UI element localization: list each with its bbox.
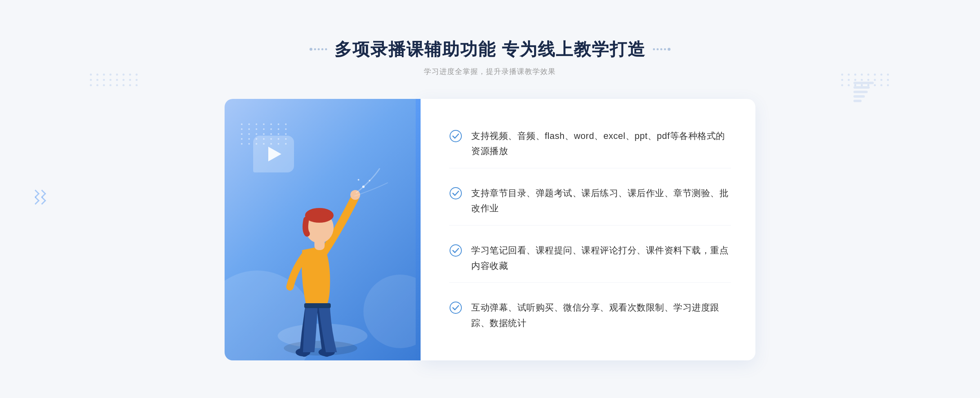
title-row: 多项录播课辅助功能 专为线上教学打造 bbox=[310, 38, 670, 61]
feature-item-1: 支持视频、音频、flash、word、excel、ppt、pdf等各种格式的资源… bbox=[449, 119, 731, 168]
feature-text-2: 支持章节目录、弹题考试、课后练习、课后作业、章节测验、批改作业 bbox=[471, 186, 731, 216]
svg-rect-8 bbox=[304, 303, 331, 308]
svg-point-9 bbox=[362, 186, 365, 188]
feature-item-4: 互动弹幕、试听购买、微信分享、观看次数限制、学习进度跟踪、数据统计 bbox=[449, 291, 731, 340]
feature-item-3: 学习笔记回看、课程提问、课程评论打分、课件资料下载，重点内容收藏 bbox=[449, 234, 731, 283]
svg-point-14 bbox=[450, 245, 461, 256]
svg-point-11 bbox=[358, 179, 359, 181]
check-icon-2 bbox=[449, 187, 462, 200]
stripe-accent bbox=[416, 99, 421, 360]
page-title: 多项录播课辅助功能 专为线上教学打造 bbox=[334, 38, 646, 61]
svg-point-12 bbox=[450, 130, 461, 142]
deco-stripes bbox=[853, 82, 874, 102]
svg-point-10 bbox=[369, 180, 370, 181]
header-section: 多项录播课辅助功能 专为线上教学打造 学习进度全掌握，提升录播课教学效果 bbox=[310, 38, 670, 76]
feature-text-1: 支持视频、音频、flash、word、excel、ppt、pdf等各种格式的资源… bbox=[471, 128, 731, 159]
check-icon-3 bbox=[449, 244, 462, 257]
page-container: 多项录播课辅助功能 专为线上教学打造 学习进度全掌握，提升录播课教学效果 bbox=[0, 0, 980, 398]
person-illustration bbox=[257, 148, 388, 360]
page-chevrons-left bbox=[33, 191, 45, 203]
title-decorator-right bbox=[653, 48, 670, 51]
svg-point-7 bbox=[305, 208, 334, 223]
feature-item-2: 支持章节目录、弹题考试、课后练习、课后作业、章节测验、批改作业 bbox=[449, 177, 731, 226]
content-area: 支持视频、音频、flash、word、excel、ppt、pdf等各种格式的资源… bbox=[225, 99, 755, 360]
content-panel: 支持视频、音频、flash、word、excel、ppt、pdf等各种格式的资源… bbox=[421, 99, 755, 360]
check-icon-4 bbox=[449, 301, 462, 314]
page-subtitle: 学习进度全掌握，提升录播课教学效果 bbox=[310, 67, 670, 76]
illustration-panel bbox=[225, 99, 421, 360]
title-decorator-left bbox=[310, 48, 327, 51]
dot-pattern-left bbox=[90, 74, 139, 86]
feature-text-3: 学习笔记回看、课程提问、课程评论打分、课件资料下载，重点内容收藏 bbox=[471, 243, 731, 273]
svg-point-15 bbox=[450, 302, 461, 313]
svg-point-13 bbox=[450, 188, 461, 199]
feature-text-4: 互动弹幕、试听购买、微信分享、观看次数限制、学习进度跟踪、数据统计 bbox=[471, 300, 731, 331]
check-icon-1 bbox=[449, 130, 462, 143]
